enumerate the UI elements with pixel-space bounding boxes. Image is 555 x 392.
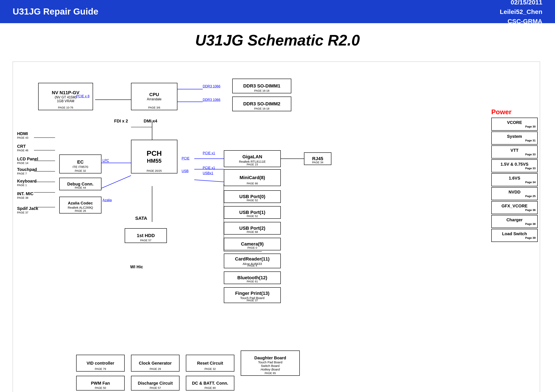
intmic-item: INT. MIC PAGE 38 — [17, 191, 34, 199]
power-gfx-label: GFX_VCORE — [501, 204, 527, 208]
daughter-box: Daughter Board Touch Pad Board Switch Bo… — [241, 350, 300, 376]
sata-label: SATA — [135, 216, 147, 221]
power-system-label: System — [507, 134, 522, 139]
camera-page: PAGE 0 — [248, 246, 257, 249]
reset-box: Reset Circuit PAGE 32 — [186, 355, 234, 371]
reset-title: Reset Circuit — [197, 361, 223, 366]
fingerprint-page: PAGE 37 — [247, 299, 258, 302]
pch-title: PCH — [147, 149, 162, 158]
power-charger: Charger Page 38 — [491, 215, 538, 228]
pcie-x1-lan: PCIE x1 — [203, 151, 215, 155]
pch-page: PAGE 20/25 — [147, 169, 161, 172]
clock-box: Clock Generator PAGE 29 — [131, 355, 180, 371]
debug-box: Debug Conn. PAGE 44 — [59, 178, 102, 190]
cardreader-title: CardReader(11) — [235, 256, 270, 262]
power-vtt: VTT Page 33 — [491, 145, 538, 158]
usb2-box: USB Port(2) PAGE 68 — [224, 222, 281, 235]
power-vcore-page: Page 30 — [493, 125, 536, 128]
ec-box: EC ITE IT8570 PAGE 32 — [59, 155, 102, 173]
clock-page: PAGE 29 — [150, 367, 161, 371]
ddr2-title: DDR3 SO-DIMM2 — [243, 101, 280, 107]
debug-page: PAGE 44 — [75, 186, 86, 189]
header-title: U31JG Repair Guide — [13, 7, 98, 17]
fdi-label: FDI x 2 — [114, 119, 128, 123]
keyboard-label: Keyboard — [17, 179, 37, 184]
keyboard-page: PAGE 1 — [17, 184, 37, 187]
bluetooth-box: Bluetooth(12) PAGE 61 — [224, 271, 281, 284]
usb1-box: USB Port(1) PAGE 52 — [224, 206, 281, 219]
hdd-box: 1st HDD PAGE 57 — [125, 228, 167, 243]
clock-title: Clock Generator — [139, 361, 172, 366]
crt-label: CRT — [17, 144, 28, 149]
header-date: 02/15/2011 — [500, 0, 542, 7]
power-nvdd: NVDD Page 25 — [491, 187, 538, 200]
header-info: 02/15/2011 Leilei52_Chen CSC-GRMA — [500, 0, 542, 26]
power-1v6: 1.6VS Page 34 — [491, 173, 538, 186]
camera-box: Camera(9) PAGE 0 — [224, 238, 281, 250]
nv-sub2: 1GB VRAM — [57, 99, 74, 103]
daughter-sub2: Switch Board — [261, 364, 279, 368]
hdmi-item: HDMI PAGE 43 — [17, 131, 28, 139]
daughter-page: PAGE 65 — [264, 371, 276, 375]
bluetooth-page: PAGE 61 — [247, 280, 258, 283]
cardreader-page: PAGE 4 — [248, 264, 257, 267]
vid-box: VID controller PAGE 79 — [76, 355, 125, 371]
pch-box: PCH HM55 PAGE 20/25 — [131, 140, 177, 173]
power-nvdd-page: Page 25 — [493, 194, 536, 198]
svg-line-11 — [102, 176, 131, 188]
touchpad-item: Touchpad PAGE 7 — [17, 167, 37, 175]
azalia-box: Azalia Codec Realtek ALC269Q PAGE 26 — [59, 197, 102, 214]
rj45-page: PAGE 34 — [312, 161, 323, 164]
power-gfx-page: Page 36 — [493, 208, 536, 212]
hdmi-label: HDMI — [17, 131, 28, 136]
gigalan-box: GigaLAN Realtek RTL8111E PAGE 23 — [224, 150, 281, 167]
usb0-page: PAGE 52 — [247, 199, 258, 202]
power-charger-page: Page 38 — [493, 222, 536, 226]
discharge-page: PAGE 57 — [150, 386, 161, 390]
gigalan-title: GigaLAN — [242, 154, 262, 160]
dcbatt-box: DC & BATT. Conn. PAGE 80 — [186, 376, 234, 391]
power-1v5-page: Page 33 — [493, 167, 536, 170]
ddr3-link1: DDR3 1066 — [203, 85, 220, 88]
usb-link: USB — [182, 169, 189, 173]
pwmfan-box: PWM Fan PAGE 50 — [76, 376, 125, 391]
power-1v5-label: 1.5V & 0.75VS — [501, 162, 528, 166]
spdif-item: Spdif Jack PAGE 37 — [17, 206, 38, 214]
keyboard-item: Keyboard PAGE 1 — [17, 179, 37, 187]
touchpad-page: PAGE 7 — [17, 172, 37, 175]
nv-sub1: (NV GT 415M) — [55, 95, 77, 99]
daughter-sub3: Hotkey Board — [261, 368, 280, 371]
cpu-page: PAGE 3/6 — [148, 106, 160, 109]
rj45-box: RJ45 PAGE 34 — [304, 152, 331, 165]
azalia-sub: Realtek ALC269Q — [68, 206, 93, 209]
power-nvdd-label: NVDD — [509, 190, 521, 194]
intmic-page: PAGE 38 — [17, 196, 34, 199]
pcie-x1-wifi: PCIE x1 — [203, 166, 215, 170]
azalia-title: Azalia Codec — [68, 201, 93, 206]
pcie-x8-link: PCIE x 8 — [76, 94, 89, 98]
power-system-page: Page 31 — [493, 139, 536, 142]
crt-page: PAGE 46 — [17, 149, 28, 152]
power-1v6-page: Page 34 — [493, 181, 536, 184]
power-gfx: GFX_VCORE Page 36 — [491, 201, 538, 214]
hdmi-page: PAGE 43 — [17, 136, 28, 139]
power-title: Power — [491, 108, 538, 116]
pcie-pch-link: PCIE — [182, 157, 190, 160]
pwmfan-title: PWM Fan — [91, 381, 110, 386]
wi-hic-label: WI Hic — [130, 264, 143, 269]
header-author: Leilei52_Chen — [500, 7, 542, 16]
dcbatt-page: PAGE 80 — [204, 386, 216, 390]
ec-page: PAGE 32 — [75, 169, 86, 172]
crt-item: CRT PAGE 46 — [17, 144, 28, 152]
page-title: U31JG Schematic R2.0 — [13, 32, 542, 49]
ddr2-box: DDR3 SO-DIMM2 PAGE 16-18 — [232, 97, 291, 111]
power-loadswitch-page: Page 39 — [493, 236, 536, 239]
power-loadswitch-label: Load Switch — [502, 231, 527, 236]
daughter-title: Daughter Board — [254, 355, 286, 360]
power-section: Power VCORE Page 30 System Page 31 VTT P… — [491, 108, 538, 243]
lpc-link: LPC — [102, 159, 109, 163]
gigalan-page: PAGE 23 — [247, 163, 258, 166]
power-charger-label: Charger — [506, 218, 523, 222]
ddr1-title: DDR3 SO-DIMM1 — [243, 83, 280, 89]
ddr2-page: PAGE 16-18 — [254, 107, 269, 110]
